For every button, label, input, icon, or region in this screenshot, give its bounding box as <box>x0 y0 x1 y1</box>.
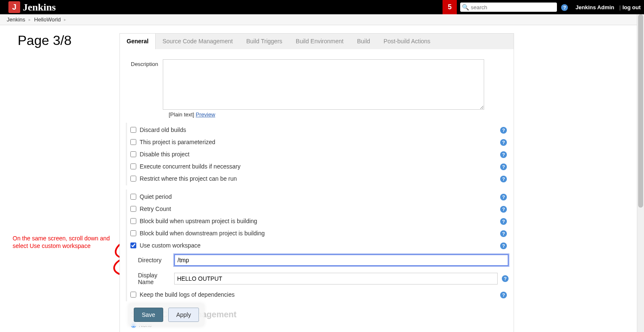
chk-restrict[interactable] <box>130 176 136 182</box>
chk-disable[interactable] <box>130 151 136 157</box>
chk-keep-logs[interactable] <box>130 292 136 298</box>
notification-badge[interactable]: 5 <box>443 0 457 14</box>
help-icon[interactable]: ? <box>500 217 507 225</box>
chevron-right-icon: ▸ <box>64 17 66 22</box>
tab-scm[interactable]: Source Code Management <box>156 34 239 49</box>
chevron-right-icon: ▸ <box>29 17 31 22</box>
directory-input[interactable] <box>174 254 509 266</box>
help-icon[interactable]: ? <box>561 4 568 11</box>
lbl-disable: Disable this project <box>140 151 500 158</box>
display-name-label: Display Name <box>138 272 174 285</box>
help-icon[interactable]: ? <box>502 275 509 282</box>
directory-label: Directory <box>138 257 174 263</box>
help-icon[interactable]: ? <box>500 126 507 134</box>
page-indicator: Page 3/8 <box>18 33 72 48</box>
chk-block-upstream[interactable] <box>130 218 136 224</box>
breadcrumb-project[interactable]: HelloWorld <box>34 16 61 23</box>
lbl-restrict: Restrict where this project can be run <box>140 175 500 182</box>
tab-general[interactable]: General <box>120 34 156 49</box>
lbl-retry-count: Retry Count <box>140 206 500 212</box>
search-icon: 🔍 <box>462 4 469 11</box>
chk-discard-old[interactable] <box>130 127 136 133</box>
help-icon[interactable]: ? <box>500 175 507 182</box>
lbl-quiet-period: Quiet period <box>140 193 500 200</box>
help-icon[interactable]: ? <box>500 150 507 158</box>
lbl-discard-old: Discard old builds <box>140 126 500 133</box>
search-box[interactable]: 🔍 <box>460 3 557 12</box>
lbl-use-custom-workspace: Use custom workspace <box>140 242 500 249</box>
lbl-concurrent: Execute concurrent builds if necessary <box>140 163 500 170</box>
search-input[interactable] <box>470 4 555 11</box>
chk-use-custom-workspace[interactable] <box>130 242 136 248</box>
plain-text-label: [Plain text] <box>169 111 194 118</box>
admin-link[interactable]: Jenkins Admin <box>575 4 614 11</box>
help-icon[interactable]: ? <box>500 205 507 213</box>
display-name-input[interactable] <box>174 273 498 285</box>
preview-link[interactable]: Preview <box>196 111 215 118</box>
tab-post-build[interactable]: Post-build Actions <box>377 34 437 49</box>
tab-bar: General Source Code Management Build Tri… <box>119 33 514 49</box>
help-icon[interactable]: ? <box>500 229 507 237</box>
description-label: Description <box>125 59 163 110</box>
chk-concurrent[interactable] <box>130 163 136 169</box>
help-icon[interactable]: ? <box>500 163 507 170</box>
help-icon[interactable]: ? <box>500 242 507 249</box>
breadcrumb: Jenkins ▸ HelloWorld ▸ <box>0 14 644 25</box>
description-input[interactable] <box>163 59 484 110</box>
tab-build[interactable]: Build <box>350 34 377 49</box>
brand-text: Jenkins <box>23 2 56 13</box>
logout-link[interactable]: log out <box>623 4 641 11</box>
chk-block-downstream[interactable] <box>130 230 136 236</box>
chk-quiet-period[interactable] <box>130 194 136 200</box>
help-icon[interactable]: ? <box>500 138 507 146</box>
save-button[interactable]: Save <box>134 308 163 322</box>
chk-retry-count[interactable] <box>130 206 136 212</box>
help-icon[interactable]: ? <box>500 193 507 200</box>
action-bar: Save Apply <box>129 303 204 326</box>
lbl-block-upstream: Block build when upstream project is bui… <box>140 218 500 224</box>
lbl-keep-logs: Keep the build logs of dependencies <box>140 291 500 298</box>
breadcrumb-root[interactable]: Jenkins <box>7 16 25 23</box>
annotation-left: On the same screen, scroll down and sele… <box>13 235 118 250</box>
scrollbar[interactable] <box>637 14 644 332</box>
chk-parameterized[interactable] <box>130 139 136 145</box>
tab-build-environment[interactable]: Build Environment <box>289 34 350 49</box>
jenkins-icon: J <box>8 1 20 13</box>
apply-button[interactable]: Apply <box>168 308 199 322</box>
lbl-block-downstream: Block build when downstream project is b… <box>140 230 500 237</box>
lbl-parameterized: This project is parameterized <box>140 139 500 145</box>
tab-build-triggers[interactable]: Build Triggers <box>239 34 289 49</box>
scrollbar-thumb[interactable] <box>638 14 643 208</box>
separator: | <box>619 4 620 11</box>
help-icon[interactable]: ? <box>500 291 507 298</box>
config-form: General Source Code Management Build Tri… <box>119 33 514 332</box>
jenkins-logo[interactable]: J Jenkins <box>8 1 56 13</box>
